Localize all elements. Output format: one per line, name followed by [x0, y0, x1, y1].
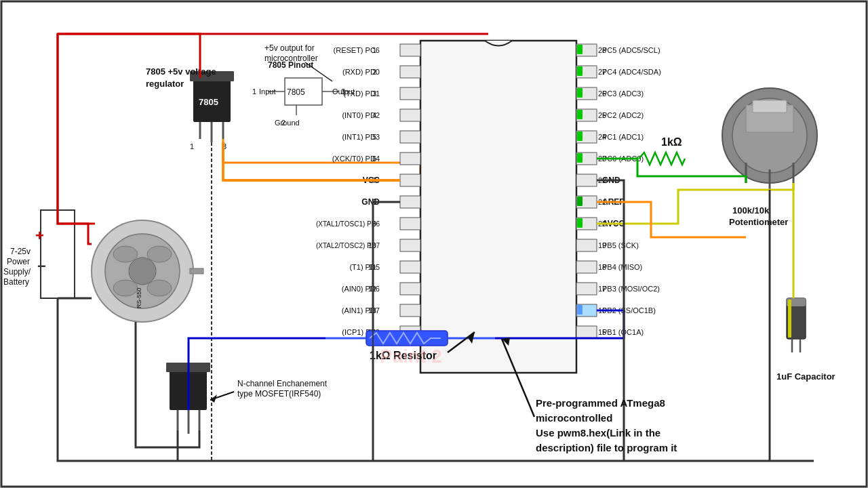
svg-text:7805: 7805 [287, 87, 305, 97]
svg-text:26: 26 [598, 89, 606, 98]
microcontroller-note-line4: description) file to program it [536, 442, 677, 453]
svg-rect-31 [420, 41, 576, 373]
svg-rect-156 [577, 66, 583, 76]
svg-text:PB3 (MOSI/OC2): PB3 (MOSI/OC2) [602, 285, 660, 293]
svg-rect-157 [577, 88, 583, 98]
pot-resistor-label: 1kΩ [661, 136, 682, 148]
svg-rect-56 [400, 218, 420, 230]
svg-text:15: 15 [598, 328, 606, 336]
power-supply-label: 7-25v [10, 247, 31, 256]
svg-text:Battery: Battery [3, 277, 29, 287]
svg-rect-47 [400, 152, 420, 165]
svg-text:(XTAL1/TOSC1) PB6: (XTAL1/TOSC1) PB6 [316, 220, 380, 228]
svg-text:3: 3 [372, 89, 376, 98]
svg-text:PC5 (ADC5/SCL): PC5 (ADC5/SCL) [602, 46, 660, 54]
svg-text:PC2 (ADC2): PC2 (ADC2) [602, 111, 644, 119]
svg-rect-163 [577, 305, 583, 314]
svg-rect-155 [577, 45, 583, 54]
svg-text:4: 4 [372, 111, 376, 119]
svg-rect-161 [577, 197, 583, 206]
svg-rect-107 [576, 283, 597, 295]
svg-text:PB5 (SCK): PB5 (SCK) [602, 241, 639, 249]
watermark: Paint 2 [380, 346, 442, 367]
svg-rect-150 [788, 300, 791, 338]
svg-rect-65 [400, 283, 420, 295]
svg-text:Potentiometer: Potentiometer [729, 217, 788, 227]
svg-rect-44 [400, 131, 420, 143]
svg-text:27: 27 [598, 68, 606, 76]
svg-point-120 [113, 246, 138, 262]
svg-text:24: 24 [598, 133, 606, 141]
svg-rect-92 [576, 174, 597, 186]
svg-text:+: + [35, 227, 44, 244]
svg-text:regulator: regulator [146, 79, 184, 89]
svg-text:5: 5 [372, 133, 376, 141]
capacitor-label: 1uF Capacitor [776, 371, 835, 382]
svg-rect-50 [400, 174, 420, 186]
svg-rect-59 [400, 239, 420, 251]
svg-rect-143 [753, 100, 787, 113]
diagram-container: + − 7-25v Power Supply/ Battery 7805 1 3… [0, 0, 868, 488]
svg-point-123 [147, 280, 172, 296]
voltage-regulator-label: 7805 +5v voltage [146, 66, 216, 77]
svg-rect-104 [576, 261, 597, 273]
svg-rect-41 [400, 109, 420, 121]
svg-text:PC4 (ADC4/SDA): PC4 (ADC4/SDA) [602, 68, 661, 76]
svg-rect-158 [577, 110, 583, 119]
svg-text:microcontroller: microcontroller [264, 54, 318, 63]
svg-rect-32 [400, 44, 420, 56]
svg-text:28: 28 [598, 46, 606, 54]
svg-text:1: 1 [190, 142, 194, 150]
svg-rect-113 [576, 326, 597, 338]
output-label: +5v output for [264, 43, 315, 53]
svg-text:Ground: Ground [275, 119, 300, 127]
svg-rect-53 [400, 196, 420, 208]
svg-text:7805: 7805 [199, 97, 218, 107]
svg-text:17: 17 [598, 285, 606, 293]
svg-text:type MOSFET(IRF540): type MOSFET(IRF540) [237, 389, 321, 399]
svg-text:Input: Input [259, 87, 275, 96]
svg-text:1: 1 [372, 46, 376, 54]
svg-text:2: 2 [372, 68, 376, 76]
svg-rect-68 [400, 304, 420, 317]
svg-text:PC1 (ADC1): PC1 (ADC1) [602, 133, 644, 141]
svg-text:Supply/: Supply/ [3, 267, 31, 277]
svg-rect-159 [577, 131, 583, 141]
svg-text:19: 19 [598, 241, 606, 249]
svg-text:1: 1 [252, 87, 256, 96]
svg-point-118 [129, 258, 156, 285]
svg-rect-101 [576, 239, 597, 251]
svg-rect-38 [400, 87, 420, 100]
microcontroller-note-line3: Use pwm8.hex(Link in the [536, 427, 660, 439]
svg-text:PB4 (MISO): PB4 (MISO) [602, 263, 642, 271]
potentiometer-label: 100k/10k [732, 205, 770, 216]
svg-text:18: 18 [598, 263, 606, 271]
microcontroller-note-line1: Pre-programmed ATmega8 [536, 397, 665, 409]
svg-text:RS-550: RS-550 [136, 287, 142, 308]
svg-text:25: 25 [598, 111, 606, 119]
svg-text:−: − [37, 258, 46, 274]
svg-point-122 [113, 280, 138, 296]
svg-rect-119 [190, 268, 203, 274]
microcontroller-note-line2: microcontrolled [536, 412, 612, 424]
svg-point-121 [147, 246, 172, 262]
svg-text:PC3 (ADC3): PC3 (ADC3) [602, 89, 644, 98]
svg-rect-35 [400, 66, 420, 78]
mosfet-label: N-channel Enchanement [237, 379, 328, 388]
svg-rect-62 [400, 261, 420, 273]
svg-text:6: 6 [372, 155, 376, 163]
svg-rect-162 [577, 218, 583, 228]
svg-rect-160 [577, 153, 583, 163]
svg-text:Power: Power [7, 257, 30, 266]
